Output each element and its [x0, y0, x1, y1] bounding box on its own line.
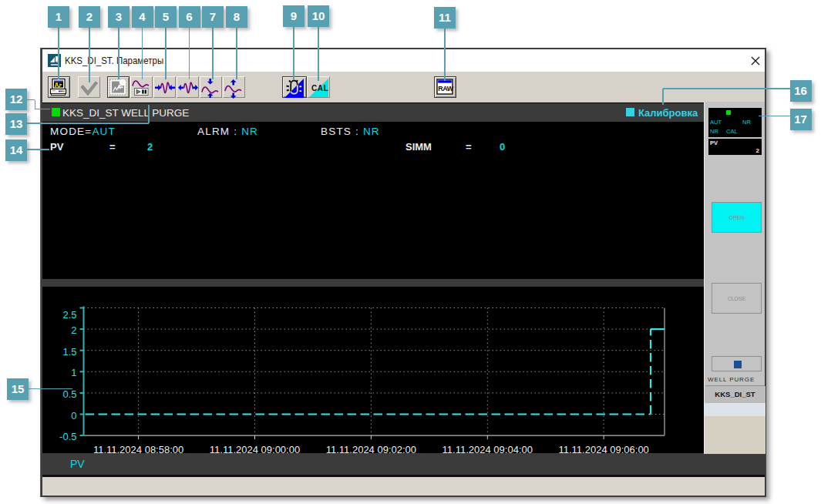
svg-text:RAW: RAW [438, 85, 454, 92]
svg-text:CAL: CAL [311, 84, 328, 92]
